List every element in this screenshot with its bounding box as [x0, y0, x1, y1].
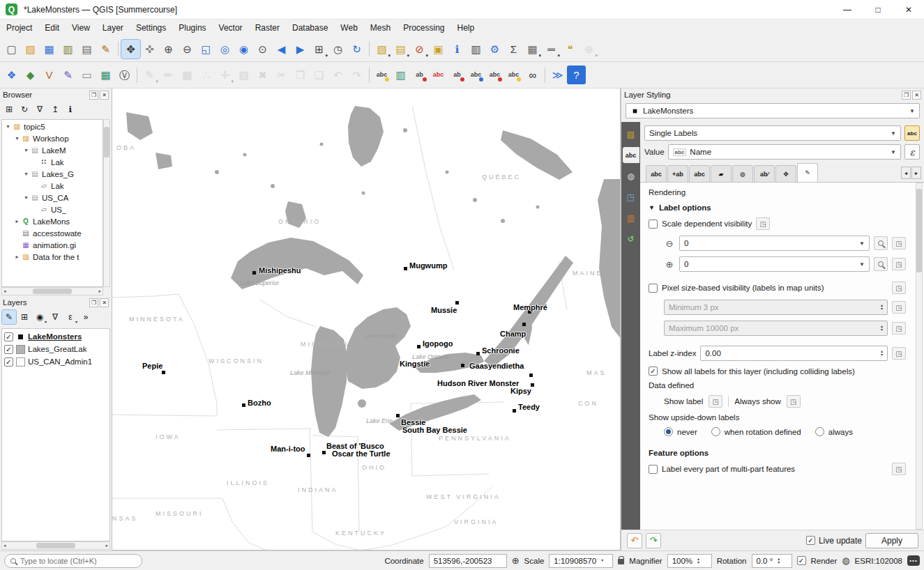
menu-web[interactable]: Web [334, 20, 363, 36]
menu-edit[interactable]: Edit [38, 20, 66, 36]
select-features-button[interactable]: ▧▾ [372, 40, 391, 59]
tree-expander-icon[interactable]: ▾ [13, 135, 21, 141]
filter-by-expression-button[interactable]: ε▾ [63, 310, 77, 324]
label-tab-background[interactable]: ▰ [711, 165, 732, 182]
zoom-native-button[interactable]: ⊙ [253, 40, 272, 59]
browser-item[interactable]: ▱US_ [2, 203, 103, 215]
zoom-in-button[interactable]: ⊕ [159, 40, 178, 59]
menu-layer[interactable]: Layer [96, 20, 130, 36]
scale-dependent-visibility-checkbox[interactable] [649, 219, 658, 229]
data-source-manager-button[interactable]: ❖ [2, 66, 21, 84]
close-panel-icon[interactable]: ✕ [100, 91, 109, 100]
browser-item[interactable]: ▸▨Data for the t [2, 251, 103, 263]
symbology-tab[interactable]: ▧ [623, 126, 639, 142]
maximum-scale-input[interactable]: 0▼ [679, 256, 870, 272]
label-tab-rendering[interactable]: ✎ [797, 163, 818, 182]
refresh-map-button[interactable]: ↻ [347, 40, 366, 59]
data-defined-override-button[interactable]: ◳ [892, 237, 906, 249]
filter-legend-button[interactable]: ∇ [48, 310, 62, 324]
layer-item[interactable]: ✓LakeMonsters [2, 330, 109, 343]
label-options-header[interactable]: ▼ Label options [649, 203, 906, 212]
crs-value[interactable]: ESRI:102008 [855, 557, 902, 565]
zoom-next-button[interactable]: ▶ [291, 40, 310, 59]
data-defined-override-button[interactable]: ◳ [787, 395, 801, 408]
coordinate-extents-icon[interactable]: ⊕ [512, 555, 520, 566]
zoom-to-layer-button[interactable]: ◉ [234, 40, 253, 59]
layer-visibility-checkbox[interactable]: ✓ [4, 332, 13, 341]
labeling-engine-settings-button[interactable]: abc [904, 125, 920, 141]
styling-layer-select[interactable]: LakeMonsters ▼ [626, 103, 920, 118]
spinner-arrows-icon[interactable]: ▴▾ [878, 325, 883, 332]
layer-visibility-checkbox[interactable]: ✓ [4, 345, 13, 354]
new-map-view-button[interactable]: ⊞▾ [310, 40, 328, 59]
value-field-select[interactable]: abc Name ▼ [668, 144, 901, 160]
data-defined-override-button[interactable]: ◳ [756, 217, 770, 230]
crs-icon[interactable]: ◍ [842, 555, 849, 566]
spinner-arrows-icon[interactable]: ▴▾ [695, 557, 699, 564]
close-button[interactable]: ✕ [893, 0, 924, 19]
browser-properties-button[interactable]: ℹ [63, 102, 77, 116]
label-tab-placement[interactable]: ✥ [775, 165, 796, 182]
scroll-left-icon[interactable]: ◂ [3, 543, 6, 548]
browser-item[interactable]: ▾▤LakeM [2, 144, 103, 156]
new-geopackage-layer-button[interactable]: ◆ [21, 66, 40, 84]
identify-features-button[interactable]: ℹ [448, 40, 467, 59]
deselect-features-button[interactable]: ⊘▾ [410, 40, 429, 59]
3d-view-tab[interactable]: ◳ [623, 189, 639, 205]
when-rotation-defined-radio[interactable] [711, 427, 720, 436]
label-mode-select[interactable]: Single Labels ▼ [644, 125, 901, 141]
browser-item[interactable]: ▱Lak [2, 180, 103, 192]
redo-style-button[interactable]: ↷ [646, 533, 661, 548]
temporal-controller-button[interactable]: ◷ [328, 40, 347, 59]
label-tab-shadow[interactable]: ◍ [732, 165, 753, 182]
pan-to-selection-button[interactable]: ✜ [140, 40, 159, 59]
tree-expander-icon[interactable]: ▸ [13, 254, 21, 260]
browser-item[interactable]: ▾▨topic5 [2, 121, 103, 132]
refresh-browser-button[interactable]: ↻ [17, 102, 31, 116]
menu-view[interactable]: View [66, 20, 96, 36]
data-defined-override-button[interactable]: ◳ [892, 322, 906, 334]
pixel-size-visibility-checkbox[interactable] [649, 284, 658, 293]
processing-toolbox-button[interactable]: ⚙ [485, 40, 504, 59]
expression-builder-button[interactable]: ε [904, 144, 920, 160]
label-tab-buffer[interactable]: abc [689, 165, 710, 182]
minimum-scale-input[interactable]: 0▼ [679, 236, 870, 251]
measure-line-button[interactable]: ═▾ [542, 40, 561, 59]
never-radio[interactable] [664, 427, 673, 436]
georeferencer-button[interactable]: Ⓥ [115, 66, 134, 84]
layer-item[interactable]: ✓US_CAN_Admin1 [2, 355, 109, 368]
menu-mesh[interactable]: Mesh [364, 20, 397, 36]
layer-diagram-options-button[interactable]: ▥ [391, 66, 410, 84]
tree-expander-icon[interactable]: ▸ [13, 218, 21, 224]
zindex-input[interactable]: 0.00▴▾ [700, 346, 888, 361]
browser-vscrollbar[interactable] [103, 119, 110, 287]
collapse-all-button[interactable]: ↥ [48, 102, 62, 116]
tree-expander-icon[interactable]: ▾ [22, 171, 30, 177]
change-label-properties-button[interactable]: abc [504, 66, 523, 84]
osm-place-search-button[interactable]: ∞ [523, 66, 542, 84]
set-to-current-scale-button[interactable] [874, 257, 888, 271]
zoom-full-button[interactable]: ◱ [197, 40, 215, 59]
menu-raster[interactable]: Raster [249, 20, 286, 36]
new-print-layout-button[interactable]: ▥ [59, 40, 77, 59]
data-defined-override-button[interactable]: ◳ [892, 463, 906, 475]
new-mesh-layer-button[interactable]: ▦ [96, 66, 115, 84]
layer-visibility-checkbox[interactable]: ✓ [4, 357, 13, 367]
browser-item[interactable]: ▾▤US_CA [2, 192, 103, 203]
show-all-labels-checkbox[interactable]: ✓ [649, 367, 658, 376]
data-defined-override-button[interactable]: ◳ [892, 347, 906, 360]
render-checkbox[interactable]: ✓ [797, 556, 806, 565]
styling-vscrollbar[interactable] [916, 183, 923, 530]
scrollbar-thumb[interactable] [33, 288, 72, 294]
filter-browser-button[interactable]: ∇ [33, 102, 47, 116]
new-project-button[interactable]: ▢ [2, 40, 21, 59]
messages-button[interactable]: ••• [907, 555, 920, 566]
masks-tab[interactable]: ◍ [623, 168, 639, 184]
coordinate-input[interactable]: 513596,-200523 [429, 554, 507, 568]
browser-item[interactable]: ▦animation.gi [2, 239, 103, 251]
layer-labeling-options-button[interactable]: abc [372, 66, 391, 84]
browser-item[interactable]: ▾▨Workshop [2, 132, 103, 144]
layers-overflow-button[interactable]: » [79, 310, 93, 324]
add-selected-layers-button[interactable]: ⊞ [2, 102, 16, 116]
python-console-button[interactable]: ≫ [548, 66, 567, 84]
